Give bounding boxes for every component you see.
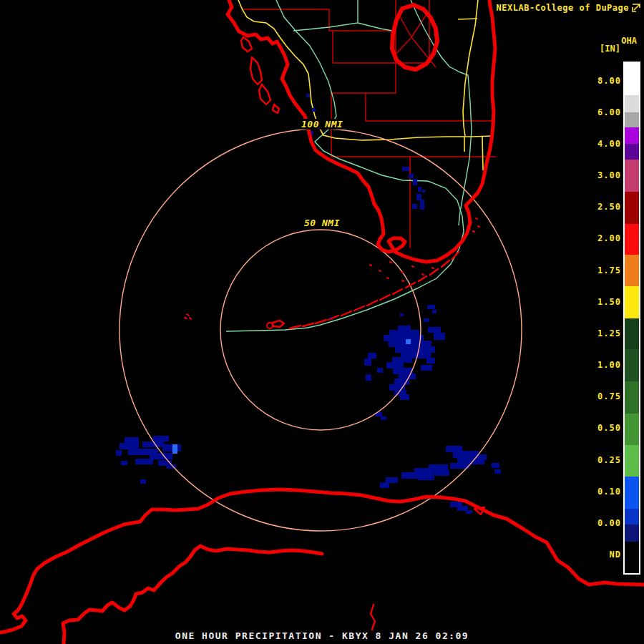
legend-color-segment: [625, 224, 639, 255]
cuba-coastline: [0, 489, 644, 644]
legend-color-segment: [625, 144, 639, 160]
radar-map: [0, 0, 644, 644]
legend-tick-label: 0.00: [597, 518, 621, 528]
precip-cell-navy: [428, 327, 441, 333]
precip-cell-navy: [398, 326, 411, 331]
legend-color-segment: [625, 509, 639, 525]
legend-color-segment: [625, 525, 639, 542]
precip-cell-navy: [422, 190, 425, 192]
precip-cell-navy: [119, 443, 139, 449]
precip-cell-navy: [142, 441, 164, 447]
legend-color-segment: [625, 349, 639, 381]
precip-cell-navy: [402, 167, 409, 171]
legend-color-segment: [625, 542, 639, 572]
legend-color-segment: [625, 414, 639, 445]
precip-cell-navy: [436, 470, 449, 476]
dry-tortugas: [185, 314, 191, 319]
legend-tick-label: 1.75: [597, 265, 621, 275]
legend-color-segment: [625, 318, 639, 349]
precip-cell-navy: [466, 510, 472, 514]
legend-tick-label: 6.00: [597, 107, 621, 117]
precip-cell-navy: [312, 108, 316, 112]
precip-cell-navy: [386, 362, 404, 369]
precip-cell-navy: [395, 346, 435, 353]
legend-bar-inner: [625, 63, 639, 573]
cuba-south-coast: [63, 546, 322, 644]
florida-coastline: [228, 0, 495, 262]
legend-color-segment: [625, 127, 639, 144]
cuba-inlets: [371, 507, 484, 630]
precip-cell-navy: [380, 482, 389, 488]
highway-line: [238, 0, 492, 140]
radar-viewport: 100 NMI 50 NMI NEXLAB-College of DuPage …: [0, 0, 644, 644]
legend-color-segment: [625, 445, 639, 477]
precip-cell-navy: [434, 333, 445, 340]
precip-cell-navy: [400, 394, 409, 400]
cod-logo-icon: [632, 4, 640, 12]
legend-tick-label: 0.75: [597, 391, 621, 401]
precip-cell-navy: [492, 463, 499, 468]
precip-cell-navy: [368, 353, 376, 358]
precip-cell-navy: [393, 368, 413, 374]
precip-cell-navy: [162, 444, 181, 452]
legend-color-segment: [625, 286, 639, 318]
legend-labels: 8.006.004.003.002.502.001.751.501.251.00…: [571, 0, 621, 644]
barrier-islands: [241, 37, 279, 113]
precip-cell-navy: [140, 479, 146, 484]
precip-cell-navy: [121, 461, 127, 465]
precip-cell-navy: [412, 204, 417, 209]
precip-cell-navy: [377, 368, 383, 373]
legend-color-segment: [625, 192, 639, 224]
precip-cell-navy: [381, 416, 386, 420]
precip-cell-navy: [153, 436, 169, 441]
precip-cell-navy: [421, 365, 432, 371]
product-caption: ONE HOUR PRECIPITATION - KBYX 8 JAN 26 0…: [0, 630, 644, 641]
legend-color-bar: [623, 62, 640, 575]
legend-color-segment: [625, 477, 639, 509]
legend-tick-label: 0.10: [597, 487, 621, 497]
precip-cell-blue: [172, 444, 177, 454]
precip-cell-navy: [424, 318, 429, 322]
legend-color-segment: [625, 381, 639, 414]
precip-cell-navy: [457, 506, 468, 511]
precip-cell-navy: [400, 313, 404, 316]
precip-cell-navy: [409, 174, 414, 178]
legend-color-segment: [625, 63, 639, 95]
range-ring: [119, 129, 522, 531]
legend-tick-label: 1.50: [597, 297, 621, 307]
marquesas-keys: [267, 323, 273, 328]
precip-cell-navy: [426, 358, 435, 364]
precip-cell-navy: [116, 450, 122, 456]
precip-cell-navy: [366, 374, 371, 381]
legend-tick-label: 3.00: [597, 170, 621, 180]
precip-cell-navy: [418, 187, 421, 192]
precip-cell-navy: [392, 357, 412, 363]
precip-cell-navy: [432, 310, 436, 313]
coast-line: [228, 0, 495, 262]
legend-tick-label: 8.00: [597, 76, 621, 86]
county-line: [366, 93, 492, 121]
precip-cell-navy: [125, 437, 139, 443]
legend-tick-label: 1.25: [597, 328, 621, 338]
precip-cell-navy: [416, 194, 421, 200]
precip-cell-navy: [306, 94, 310, 97]
key-west-island: [273, 321, 284, 327]
highways: [238, 0, 492, 170]
keys-chain: [290, 252, 459, 328]
precip-cell-navy: [386, 477, 398, 483]
legend-color-segment: [625, 255, 639, 286]
precip-cell-navy: [150, 453, 172, 459]
legend-tick-label: 2.00: [597, 233, 621, 243]
precip-cell-navy: [135, 459, 153, 464]
precip-cell-navy: [413, 179, 417, 185]
precip-cell-navy: [364, 358, 371, 366]
precip-cell-navy: [389, 330, 419, 336]
legend-color-segment: [625, 112, 639, 127]
legend-tick-label: 4.00: [597, 139, 621, 149]
legend-color-segment: [625, 95, 639, 112]
precip-cell-navy: [384, 335, 424, 341]
precip-cell-navy: [420, 200, 424, 210]
legend-tick-label: 2.50: [597, 202, 621, 212]
lake-okeechobee: [392, 5, 437, 69]
precip-cell-navy: [494, 469, 501, 474]
